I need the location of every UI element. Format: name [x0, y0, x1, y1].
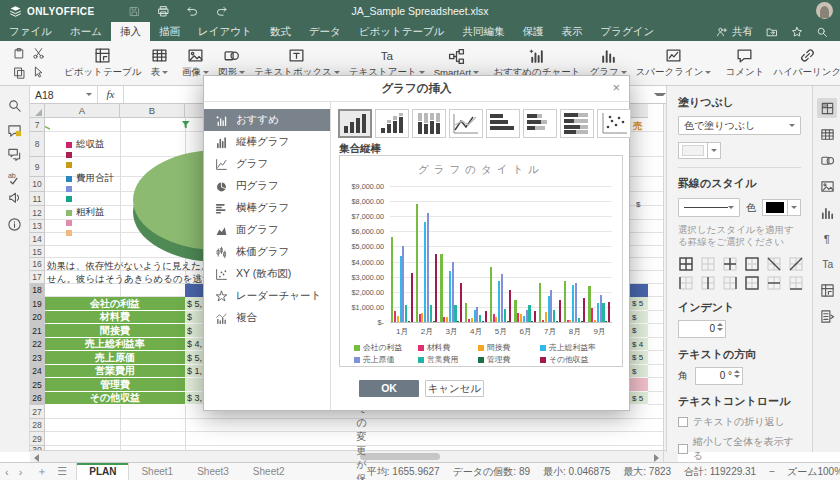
dialog-header[interactable]: グラフの挿入 ×	[204, 76, 629, 102]
sidebar-comments-icon[interactable]	[7, 123, 22, 138]
row-header-15[interactable]: 15	[30, 246, 45, 258]
chart-subtype-clustered-column[interactable]	[338, 109, 372, 138]
chart-subtype-clustered-bar[interactable]	[486, 109, 520, 138]
share-button[interactable]: 共有	[716, 25, 753, 39]
shape-settings-tab[interactable]	[817, 150, 837, 170]
chart-category-おすすめ[interactable]: おすすめ	[204, 109, 330, 131]
row-header-22[interactable]: 22	[30, 338, 45, 351]
chart-subtype-scatter[interactable]	[597, 109, 631, 138]
row-header-10[interactable]: 10	[30, 177, 45, 192]
scroll-right-icon[interactable]	[654, 454, 659, 462]
table-row-label[interactable]: 営業費用	[45, 365, 185, 378]
ok-button[interactable]: OK	[359, 380, 419, 397]
pivot-table-settings-tab[interactable]	[817, 280, 837, 300]
row-header-26[interactable]: 26	[30, 392, 45, 405]
toolbar-comment-button[interactable]: コメント	[725, 47, 764, 79]
chart-subtype-percent-stacked-bar[interactable]	[560, 109, 594, 138]
sheet-tab-Sheet1[interactable]: Sheet1	[129, 463, 185, 480]
user-avatar[interactable]	[816, 2, 833, 19]
scroll-left-icon[interactable]	[34, 454, 39, 462]
table-row-label[interactable]: 売上総利益率	[45, 338, 185, 351]
row-header-11[interactable]: 11	[30, 192, 45, 206]
table-row-label[interactable]: 会社の利益	[45, 297, 185, 311]
row-header-28[interactable]: 28	[30, 419, 45, 432]
chart-subtype-stacked-bar[interactable]	[523, 109, 557, 138]
chart-category-複合[interactable]: 複合	[204, 307, 330, 329]
sidebar-search-icon[interactable]	[7, 98, 22, 113]
save-icon[interactable]	[128, 5, 141, 18]
chart-category-グラフ[interactable]: グラフ	[204, 153, 330, 175]
cut-icon[interactable]	[30, 46, 46, 62]
menu-tab-挿入[interactable]: 挿入	[111, 22, 150, 41]
row-header-7[interactable]: 7	[30, 118, 45, 132]
border-button-centerh[interactable]	[766, 275, 782, 291]
border-button-inner[interactable]	[700, 256, 716, 272]
print-icon[interactable]	[157, 5, 170, 18]
menu-tab-保護[interactable]: 保護	[513, 22, 552, 41]
toolbar-table-button[interactable]: 表	[151, 47, 169, 79]
row-header-9[interactable]: 9	[30, 157, 45, 177]
sheet-tab-PLAN[interactable]: PLAN	[76, 463, 129, 480]
border-button-bottom[interactable]	[788, 275, 804, 291]
row-header-20[interactable]: 20	[30, 311, 45, 324]
menu-tab-プラグイン[interactable]: プラグイン	[591, 22, 663, 41]
close-icon[interactable]: ×	[612, 80, 620, 95]
sidebar-chat-icon[interactable]	[7, 147, 22, 162]
chart-subtype-percent-stacked-column[interactable]	[412, 109, 446, 138]
row-header-27[interactable]: 27	[30, 405, 45, 419]
toolbar-hyperlink-button[interactable]: ハイパーリンク	[773, 47, 840, 79]
sidebar-spellcheck-icon[interactable]: ab	[7, 170, 22, 185]
menu-tab-データ[interactable]: データ	[300, 22, 350, 41]
spinner-down-icon[interactable]	[734, 375, 740, 378]
shrink-to-fit-checkbox[interactable]: 縮小して全体を表示する	[678, 435, 801, 463]
menu-tab-数式[interactable]: 数式	[261, 22, 300, 41]
sheet-tab-Sheet3[interactable]: Sheet3	[185, 463, 241, 480]
sidebar-about-icon[interactable]	[7, 217, 22, 232]
table-row-label[interactable]: 間接費	[45, 324, 185, 338]
horizontal-scroll-handle[interactable]	[360, 453, 440, 460]
menu-tab-共同編集[interactable]: 共同編集	[453, 22, 513, 41]
table-row-label[interactable]: 売上原価	[45, 351, 185, 365]
filter-funnel-icon[interactable]	[181, 120, 192, 131]
search-icon[interactable]	[816, 26, 828, 38]
slicer-settings-tab[interactable]	[817, 306, 837, 326]
select-all-corner[interactable]	[30, 104, 45, 118]
cell-name-box[interactable]: A18	[30, 86, 98, 103]
paste-icon[interactable]	[11, 46, 27, 62]
chart-settings-tab[interactable]	[817, 202, 837, 222]
menu-tab-表示[interactable]: 表示	[552, 22, 591, 41]
image-settings-tab[interactable]	[817, 176, 837, 196]
border-button-left[interactable]	[678, 275, 694, 291]
chart-category-円グラフ[interactable]: 円グラフ	[204, 175, 330, 197]
row-header-25[interactable]: 25	[30, 378, 45, 392]
toolbar-sparkline-button[interactable]: スパークライン	[636, 47, 712, 79]
border-line-style-select[interactable]	[678, 198, 740, 217]
copy-icon[interactable]	[11, 65, 27, 81]
toolbar-pivot-button[interactable]: ピボットテーブル	[64, 47, 142, 79]
open-file-location-icon[interactable]	[766, 26, 778, 38]
row-header-17[interactable]: 17	[30, 271, 45, 284]
insert-function-button[interactable]: fx	[98, 86, 124, 103]
sheet-tab-Sheet2[interactable]: Sheet2	[241, 463, 297, 480]
chart-category-縦棒グラフ[interactable]: 縦棒グラフ	[204, 131, 330, 153]
undo-icon[interactable]	[186, 5, 199, 18]
row-header-18[interactable]: 18	[30, 284, 45, 297]
indent-spinner[interactable]: 0	[678, 320, 726, 338]
favorite-star-icon[interactable]	[791, 26, 803, 38]
border-button-box2[interactable]	[744, 275, 760, 291]
border-button-all[interactable]	[678, 256, 694, 272]
chart-category-面グラフ[interactable]: 面グラフ	[204, 219, 330, 241]
select-icon[interactable]	[30, 65, 46, 81]
row-header-23[interactable]: 23	[30, 351, 45, 365]
border-button-diagdown[interactable]	[766, 256, 782, 272]
chart-category-レーダーチャート[interactable]: レーダーチャート	[204, 285, 330, 307]
cell-settings-tab[interactable]	[817, 98, 837, 118]
row-header-13[interactable]: 13	[30, 220, 45, 233]
chart-category-株価グラフ[interactable]: 株価グラフ	[204, 241, 330, 263]
table-settings-tab[interactable]	[817, 124, 837, 144]
horizontal-scrollbar[interactable]	[30, 450, 663, 462]
sidebar-feedback-icon[interactable]	[7, 190, 22, 205]
spinner-up-icon[interactable]	[717, 323, 723, 326]
row-header-12[interactable]: 12	[30, 206, 45, 220]
border-button-diagup[interactable]	[788, 256, 804, 272]
